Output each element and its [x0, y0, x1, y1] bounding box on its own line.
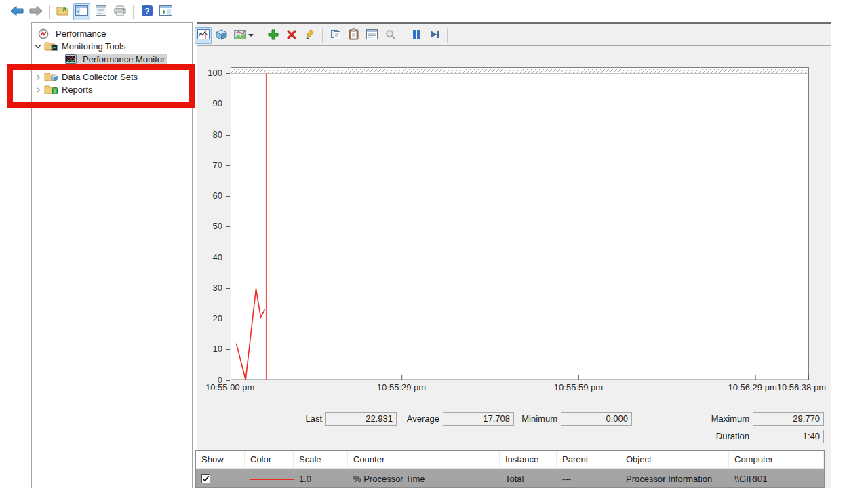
column-header-scale[interactable]: Scale: [294, 451, 348, 468]
magnifier-icon: [385, 29, 396, 42]
sidebar-item-monitoring-tools[interactable]: Monitoring Tools: [34, 40, 127, 53]
zoom-button[interactable]: [382, 27, 399, 44]
column-header-parent[interactable]: Parent: [557, 451, 620, 468]
toolbar-separator: [403, 28, 403, 43]
pause-icon: [412, 29, 421, 41]
add-counter-button[interactable]: [264, 27, 281, 44]
y-axis-tick: [226, 258, 230, 258]
y-axis-tick: [226, 104, 230, 104]
chevron-right-icon[interactable]: [34, 86, 42, 94]
console-tree-window-icon: [75, 5, 88, 18]
toolbar-separator: [133, 5, 134, 19]
sidebar-item-reports[interactable]: Reports: [34, 83, 95, 96]
stat-label-maximum: Maximum: [692, 412, 749, 426]
change-graph-type-button[interactable]: [231, 27, 256, 44]
sidebar-item-performance-monitor[interactable]: Performance Monitor: [65, 53, 167, 66]
stat-value-duration: 1:40: [753, 430, 824, 443]
stat-label-average: Average: [385, 412, 439, 426]
counter-color-swatch: [250, 479, 294, 480]
new-window-button[interactable]: [157, 3, 174, 20]
y-axis-tick: [226, 73, 230, 74]
copy-properties-button[interactable]: [327, 27, 344, 44]
column-header-computer[interactable]: Computer: [729, 451, 824, 468]
printer-icon: [113, 5, 127, 18]
column-header-counter[interactable]: Counter: [348, 451, 500, 468]
counter-table-row[interactable]: 1.0 % Processor Time Total --- Processor…: [196, 469, 824, 488]
view-log-data-button[interactable]: [213, 27, 230, 44]
sidebar-item-data-collector-sets[interactable]: Data Collector Sets: [34, 70, 140, 83]
y-axis-tick: [226, 288, 230, 289]
back-button[interactable]: [8, 3, 25, 20]
properties-window-icon: [366, 29, 378, 41]
console-properties-button[interactable]: [92, 3, 109, 20]
highlight-button[interactable]: [301, 27, 318, 44]
y-axis-tick: [226, 226, 230, 227]
y-axis-label: 40: [202, 252, 222, 263]
x-axis-label: 10:55:29 pm: [371, 382, 432, 392]
counter-computer: \\GIRI01: [729, 474, 824, 484]
toolbar-separator: [447, 28, 448, 43]
column-header-show[interactable]: Show: [196, 451, 245, 468]
dropdown-caret-icon: [248, 34, 254, 37]
sidebar-item-label: Monitoring Tools: [60, 41, 127, 52]
y-axis-label: 10: [202, 344, 222, 354]
y-axis-label: 90: [202, 98, 222, 109]
x-axis-label-group: 10:56:29 pm10:56:38 pm: [692, 382, 826, 392]
y-axis-tick: [226, 319, 230, 319]
show-hide-console-tree-button[interactable]: [73, 3, 90, 20]
freeze-display-button[interactable]: [408, 27, 425, 44]
stat-label-last: Last: [275, 412, 322, 426]
x-axis-label: 10:56:29 pm: [728, 382, 776, 392]
svg-text:?: ?: [144, 6, 149, 16]
help-icon: ?: [141, 5, 153, 19]
counter-instance: Total: [500, 474, 557, 484]
document-list-icon: [95, 5, 107, 18]
counter-parent: ---: [557, 474, 620, 484]
sidebar-item-label: Performance Monitor: [81, 54, 167, 65]
performance-chart: [231, 67, 809, 380]
column-header-instance[interactable]: Instance: [500, 451, 557, 468]
counter-table-header: Show Color Scale Counter Instance Parent…: [196, 451, 824, 469]
forward-button[interactable]: [27, 3, 44, 20]
performance-monitor-window: ? Performance: [0, 0, 868, 488]
plus-icon: [267, 28, 279, 43]
show-checkbox[interactable]: [201, 474, 210, 483]
red-x-icon: [286, 29, 297, 42]
sidebar-item-label: Reports: [60, 84, 95, 96]
y-axis-tick: [226, 196, 230, 197]
y-axis-label: 70: [202, 160, 222, 171]
x-axis-label: 10:55:59 pm: [548, 382, 609, 392]
counter-name: % Processor Time: [348, 474, 500, 484]
new-window-icon: [159, 5, 172, 18]
clipboard-icon: [349, 28, 359, 42]
x-axis-label: 10:55:00 pm: [205, 382, 254, 392]
pencil-icon: [304, 29, 315, 42]
update-data-button[interactable]: [426, 27, 443, 44]
delete-counter-button[interactable]: [283, 27, 300, 44]
copy-icon: [330, 29, 341, 42]
graph-type-icon: [234, 30, 246, 41]
chevron-down-icon[interactable]: [34, 43, 42, 51]
stat-label-minimum: Minimum: [503, 412, 557, 426]
sidebar-item-label: Data Collector Sets: [60, 71, 140, 83]
stat-value-maximum: 29.770: [753, 412, 824, 426]
counter-scale: 1.0: [294, 474, 348, 484]
forward-arrow-icon: [29, 5, 43, 18]
toolbar-separator: [49, 5, 50, 19]
column-header-color[interactable]: Color: [245, 451, 294, 468]
export-folder-icon: [56, 5, 69, 18]
y-axis-label: 100: [202, 68, 222, 79]
sidebar-item-performance[interactable]: Performance: [38, 27, 108, 40]
paste-counter-list-button[interactable]: [345, 27, 362, 44]
chevron-right-icon[interactable]: [34, 73, 42, 81]
y-axis-tick: [226, 165, 230, 166]
print-button[interactable]: [111, 3, 128, 20]
column-header-object[interactable]: Object: [620, 451, 729, 468]
line-chart-icon: [197, 29, 210, 41]
properties-button[interactable]: [363, 27, 380, 44]
help-button[interactable]: ?: [138, 3, 155, 20]
export-list-button[interactable]: [54, 3, 71, 20]
view-current-activity-button[interactable]: [195, 27, 212, 44]
stat-label-duration: Duration: [692, 430, 749, 443]
monitoring-tools-folder-icon: [44, 41, 57, 52]
